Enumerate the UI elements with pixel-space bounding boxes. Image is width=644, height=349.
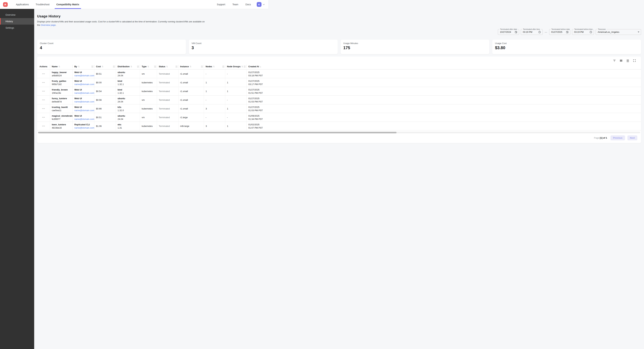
stat-card-cluster-count: Cluster Count 4 [37, 40, 186, 54]
table-row: friendly_brown 1f40a19e Web UI name@doma… [37, 87, 268, 96]
column-header-name[interactable]: Name⇅ [50, 64, 73, 69]
column-header-instance[interactable]: Instance⇅ [178, 64, 204, 69]
nav-tab-applications[interactable]: Applications [16, 0, 29, 9]
column-menu-icon[interactable] [137, 66, 139, 67]
column-header-actions: Actions [37, 64, 50, 69]
row-actions-button[interactable] [42, 90, 46, 92]
sort-icon[interactable]: ⇅ [166, 65, 168, 68]
instance-cell: m6i.large [178, 122, 204, 130]
nav-link-team[interactable]: Team [232, 3, 238, 6]
stat-label: Cluster Count [40, 42, 183, 44]
column-label: Cost [96, 65, 101, 68]
created-date: 01/27/2025 [248, 97, 264, 100]
created-time: 01:07 PM PST [248, 126, 264, 129]
created-by-email-link[interactable]: name@domain.com [74, 117, 93, 121]
cluster-id: fe3f8977 [52, 117, 72, 121]
type-cell: kubernetes [140, 104, 157, 113]
sidebar-item-overview[interactable]: Overview [0, 11, 34, 18]
column-header-by[interactable]: By⇅ [73, 64, 94, 69]
column-menu-icon[interactable] [176, 66, 178, 67]
column-menu-icon[interactable] [154, 66, 156, 67]
distribution-name: eks [118, 123, 139, 126]
sort-icon[interactable]: ⇅ [190, 65, 192, 68]
secondary-nav: Support Team Docs K [216, 2, 265, 7]
account-menu[interactable]: K [257, 2, 265, 7]
row-actions-button[interactable] [42, 98, 46, 101]
column-menu-icon[interactable] [222, 66, 224, 67]
column-label: Nodes [206, 65, 212, 68]
type-cell: vm [140, 113, 157, 122]
distribution-version: 1.32.1 [118, 91, 139, 95]
instance-cell: r1.small [178, 87, 204, 95]
sort-icon[interactable]: ⇅ [147, 65, 149, 68]
created-by-source: Web UI [74, 88, 93, 91]
sort-icon[interactable]: ⇅ [130, 65, 132, 68]
row-actions-button[interactable] [42, 81, 46, 84]
nav-link-docs[interactable]: Docs [245, 3, 251, 6]
sort-icon[interactable]: ⇅ [102, 65, 104, 68]
created-by-email-link[interactable]: name@domain.com [74, 109, 93, 112]
created-date: 01/09/2025 [248, 114, 264, 117]
cluster-id: 995b7182 [52, 83, 72, 86]
instance-cell: r1.small [178, 104, 204, 113]
status-cell: Terminated [157, 96, 178, 104]
top-navbar: R Applications Troubleshoot Compatibilit… [0, 0, 268, 9]
sidebar-item-settings[interactable]: Settings [0, 24, 34, 31]
sort-icon[interactable]: ⇅ [213, 65, 215, 68]
sort-desc-icon[interactable]: ↓ [260, 65, 261, 68]
column-header-created-at[interactable]: Created At↓ [247, 64, 266, 69]
column-menu-icon[interactable] [113, 66, 115, 67]
created-by-email-link[interactable]: name@domain.com [74, 91, 93, 95]
created-time: 01:34 PM PST [248, 117, 264, 121]
created-time: 01:51 PM PST [248, 91, 264, 95]
distribution-version: 24.04 [118, 117, 139, 121]
sort-icon[interactable]: ⇅ [58, 65, 60, 68]
nav-tab-compatibility-matrix[interactable]: Compatibility Matrix [56, 0, 80, 9]
row-actions-button[interactable] [42, 107, 46, 110]
overview-page-link[interactable]: Overview page [41, 24, 56, 26]
chevron-down-icon[interactable] [263, 3, 265, 6]
table-row: happy_beaver a48d9324 Web UI name@domain… [37, 69, 268, 78]
row-actions-button[interactable] [42, 125, 46, 127]
cluster-id: 1f40a19e [52, 91, 72, 95]
scrollbar-thumb[interactable] [38, 132, 268, 133]
created-by-email-link[interactable]: name@domain.com [74, 74, 93, 77]
created-by-email-link[interactable]: name@domain.com [74, 126, 93, 129]
row-actions-button[interactable] [42, 72, 46, 75]
description-text: Displays prior clusters/VMs and their as… [37, 20, 204, 26]
column-menu-icon[interactable] [201, 66, 203, 67]
column-header-cost[interactable]: Cost⇅ [94, 64, 116, 69]
horizontal-scrollbar[interactable] [38, 132, 268, 133]
cluster-name: keen_lumiere [52, 123, 72, 126]
column-header-node-groups[interactable]: Node Groups⇅ [225, 64, 247, 69]
type-cell: vm [140, 69, 157, 78]
nav-link-support[interactable]: Support [216, 3, 226, 6]
created-by-email-link[interactable]: name@domain.com [74, 100, 93, 103]
column-header-nodes[interactable]: Nodes⇅ [204, 64, 225, 69]
node-groups-cell: 1 [225, 87, 247, 95]
type-cell: kubernetes [140, 122, 157, 130]
column-menu-icon[interactable] [244, 66, 246, 67]
distribution-version: 24.04 [118, 74, 139, 77]
sidebar-item-history[interactable]: History [0, 18, 34, 24]
created-by-email-link[interactable]: name@domain.com [74, 83, 93, 86]
column-header-distribution[interactable]: Distribution⇅ [116, 64, 140, 69]
sort-icon[interactable]: ⇅ [241, 65, 243, 68]
stat-value: 4 [40, 45, 183, 50]
nodes-cell: 3 [204, 122, 225, 130]
created-by-source: Web UI [74, 105, 93, 109]
cluster-id: cae5ea11 [52, 109, 72, 112]
row-actions-button[interactable] [42, 116, 46, 119]
column-menu-icon[interactable] [92, 66, 93, 67]
status-cell: Terminated [157, 69, 178, 78]
avatar[interactable]: K [257, 2, 262, 7]
created-time: 03:17 PM PST [248, 83, 264, 86]
replicated-logo[interactable]: R [3, 2, 8, 7]
cluster-name: friendly_brown [52, 88, 72, 91]
distribution-name: kind [118, 88, 139, 91]
nav-tab-troubleshoot[interactable]: Troubleshoot [36, 0, 50, 9]
cluster-name: trusting_leavitt [52, 105, 72, 109]
sort-icon[interactable]: ⇅ [78, 65, 80, 68]
column-header-type[interactable]: Type⇅ [140, 64, 157, 69]
column-header-status[interactable]: Status⇅ [157, 64, 178, 69]
